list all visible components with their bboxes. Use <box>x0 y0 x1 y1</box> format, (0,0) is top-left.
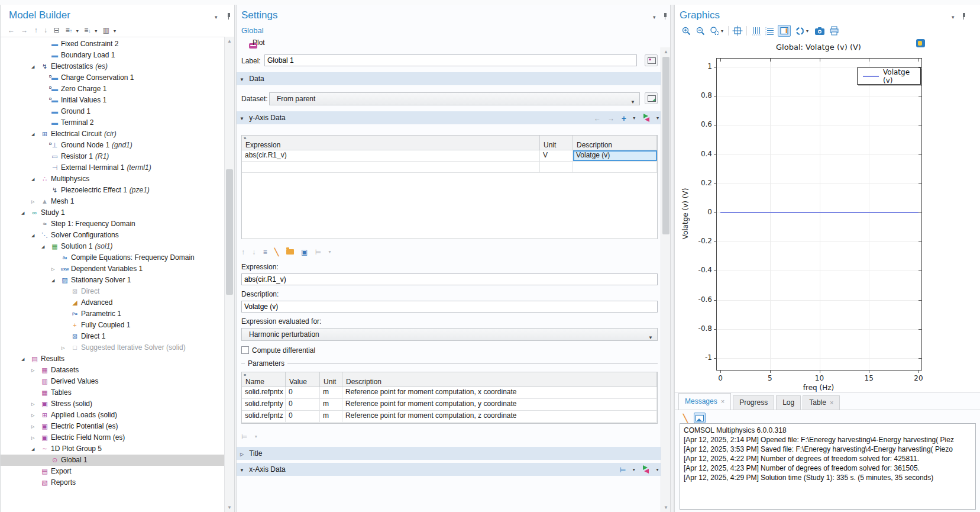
expand-arrow-icon[interactable]: ◢ <box>31 173 40 185</box>
effective-settings-icon[interactable]: ⊨ <box>315 248 321 256</box>
tree-item-stress-plot-group[interactable]: ▷▣Stress (solid) <box>1 398 224 410</box>
table-cell[interactable] <box>242 162 540 172</box>
collapse-all-chevron-icon[interactable]: ▾ <box>95 28 97 34</box>
add-expression-icon[interactable]: + <box>622 114 626 123</box>
tree-item-global-plot[interactable]: ⊙Global 1 <box>1 455 224 466</box>
load-from-file-icon[interactable] <box>286 249 294 255</box>
back-icon[interactable]: ← <box>8 26 15 34</box>
table-cell[interactable]: Reference point for moment computation, … <box>342 387 657 398</box>
forward-icon[interactable]: → <box>21 26 28 34</box>
label-options-button[interactable] <box>645 54 658 66</box>
table-cell[interactable]: m <box>320 411 342 422</box>
collapse-triangle-icon[interactable]: ▼ <box>237 112 247 125</box>
plot-data-icon[interactable] <box>642 465 649 473</box>
effective-settings-chevron-icon[interactable]: ▾ <box>328 249 331 255</box>
tree-item-charge-conservation[interactable]: D▬Charge Conservation 1 <box>1 72 224 83</box>
zoom-box-icon[interactable] <box>708 25 721 37</box>
tree-item-solver-configurations[interactable]: ◢⋱Solver Configurations <box>1 230 224 241</box>
tree-item-stationary-solver[interactable]: ◢▨Stationary Solver 1 <box>1 275 224 286</box>
tree-item-mesh[interactable]: ▷▲Mesh 1 <box>1 196 224 207</box>
node-text-icon[interactable]: ▥ <box>103 26 109 34</box>
tree-item-piezoelectric-effect[interactable]: ↯Piezoelectric Effect 1(pze1) <box>1 185 224 196</box>
tree-item-results[interactable]: ◢▤Results <box>1 353 224 365</box>
panel-menu-chevron-icon[interactable]: ▾ <box>215 14 218 20</box>
plot-chevron-icon[interactable]: ▾ <box>656 467 659 472</box>
tree-item-boundary-load[interactable]: ▬Boundary Load 1 <box>1 50 224 61</box>
tree-scrollbar[interactable]: ▲ ▼ <box>224 37 234 512</box>
scroll-up-icon[interactable]: ▲ <box>225 38 234 44</box>
table-cell[interactable]: m <box>320 387 342 398</box>
tree-item-fixed-constraint[interactable]: ▬Fixed Constraint 2 <box>1 38 224 50</box>
tree-item-datasets[interactable]: ▷▦Datasets <box>1 365 224 376</box>
dataset-go-to-source-button[interactable] <box>645 92 658 104</box>
table-cell[interactable]: 0 <box>286 399 320 410</box>
pin-icon[interactable] <box>961 12 967 20</box>
collapse-arrow-icon[interactable]: ▷ <box>31 432 40 443</box>
tree-item-derived-values[interactable]: ▥Derived Values <box>1 376 224 387</box>
table-cell[interactable] <box>540 162 573 172</box>
collapse-all-icon[interactable]: ≡↓ <box>84 26 90 34</box>
collapse-arrow-icon[interactable]: ▷ <box>31 196 40 207</box>
collapse-triangle-icon[interactable]: ▼ <box>237 73 247 86</box>
messages-log[interactable]: COMSOL Multiphysics 6.0.0.318[Apr 12, 20… <box>680 423 976 510</box>
tree-item-1d-plot-group[interactable]: ◢∼1D Plot Group 5 <box>1 443 224 455</box>
move-up-icon[interactable]: ↑ <box>34 26 38 34</box>
expand-arrow-icon[interactable]: ◢ <box>41 241 50 252</box>
tree-item-study[interactable]: ◢∞Study 1 <box>1 207 224 218</box>
collapse-arrow-icon[interactable]: ▷ <box>62 342 70 353</box>
effective-settings-chevron-icon[interactable]: ▾ <box>255 434 257 439</box>
clear-messages-button[interactable]: ╲ <box>680 413 691 423</box>
label-input[interactable] <box>264 54 637 66</box>
tab-log[interactable]: Log <box>776 395 801 410</box>
move-down-icon[interactable]: ↓ <box>252 248 255 256</box>
update-plot-icon[interactable] <box>793 25 806 37</box>
plot-chevron-icon[interactable]: ▾ <box>656 115 659 121</box>
plot-data-icon[interactable] <box>642 114 650 121</box>
collapse-arrow-icon[interactable]: ▷ <box>51 263 60 275</box>
plot-window-icon[interactable] <box>916 39 925 47</box>
dataset-combo[interactable]: From parent ▼ <box>269 92 640 105</box>
add-expression-chevron-icon[interactable]: ▾ <box>633 115 635 121</box>
tree-item-fully-coupled[interactable]: +Fully Coupled 1 <box>1 320 224 331</box>
table-cell[interactable]: 0 <box>286 387 320 398</box>
table-cell[interactable]: abs(cir.R1_v) <box>242 150 540 161</box>
expand-arrow-icon[interactable]: ◢ <box>31 230 40 241</box>
table-cell[interactable]: solid.refpntz <box>242 411 286 422</box>
tree-item-terminal[interactable]: ▬Terminal 2 <box>1 117 224 128</box>
y-axis-section-header[interactable]: ▼ y-Axis Data ← → + ▾ ▾ <box>237 111 670 124</box>
axis-limits-icon[interactable] <box>778 25 791 37</box>
expand-arrow-icon[interactable]: ◢ <box>21 353 30 365</box>
tree-item-applied-loads-plot-group[interactable]: ▷⊞Applied Loads (solid) <box>1 410 224 421</box>
tab-progress[interactable]: Progress <box>733 395 774 410</box>
expand-arrow-icon[interactable]: ◢ <box>31 128 40 140</box>
expand-all-icon[interactable]: ≡↑ <box>66 26 72 34</box>
tree-item-electric-field-norm-plot-group[interactable]: ▷▣Electric Field Norm (es) <box>1 432 224 443</box>
close-icon[interactable]: × <box>721 398 725 405</box>
plot-canvas[interactable]: Volatge (v) 0510152010.80.60.40.20-0.2-0… <box>716 58 922 371</box>
show-icon[interactable]: ⊟ <box>53 26 59 34</box>
expand-triangle-icon[interactable]: ▷ <box>237 448 247 461</box>
tree-item-electrostatics[interactable]: ◢↯Electrostatics(es) <box>1 61 224 72</box>
table-cell[interactable]: m <box>320 399 342 410</box>
tree-item-electrical-circuit[interactable]: ◢⊞Electrical Circuit(cir) <box>1 128 224 140</box>
open-in-window-button[interactable] <box>694 413 706 423</box>
compute-differential-checkbox[interactable] <box>241 346 249 354</box>
pin-icon[interactable] <box>226 12 232 20</box>
collapse-arrow-icon[interactable]: ▷ <box>31 410 40 421</box>
tree-item-external-i-terminal[interactable]: ⊣External I-terminal 1(terml1) <box>1 162 224 173</box>
zoom-out-icon[interactable] <box>694 25 707 37</box>
table-cell[interactable]: Reference point for moment computation, … <box>342 411 657 422</box>
zoom-extents-icon[interactable] <box>731 25 744 37</box>
clear-table-icon[interactable]: ╲ <box>274 248 279 256</box>
close-icon[interactable]: × <box>830 399 833 406</box>
settings-scrollbar[interactable]: ▲ ▼ <box>661 47 671 512</box>
zoom-box-chevron-icon[interactable]: ▾ <box>721 28 723 34</box>
tree-item-solution[interactable]: ◢▦Solution 1(sol1) <box>1 241 224 252</box>
table-cell[interactable]: 0 <box>286 411 320 422</box>
tree-item-zero-charge[interactable]: D▬Zero Charge 1 <box>1 83 224 95</box>
tab-table[interactable]: Table× <box>803 395 840 410</box>
tree-item-suggested-iterative-solver[interactable]: ▷□Suggested Iterative Solver (solid) <box>1 342 224 353</box>
tree-item-initial-values[interactable]: D▬Initial Values 1 <box>1 95 224 106</box>
pin-icon[interactable] <box>662 12 668 20</box>
panel-menu-chevron-icon[interactable]: ▾ <box>952 14 955 20</box>
